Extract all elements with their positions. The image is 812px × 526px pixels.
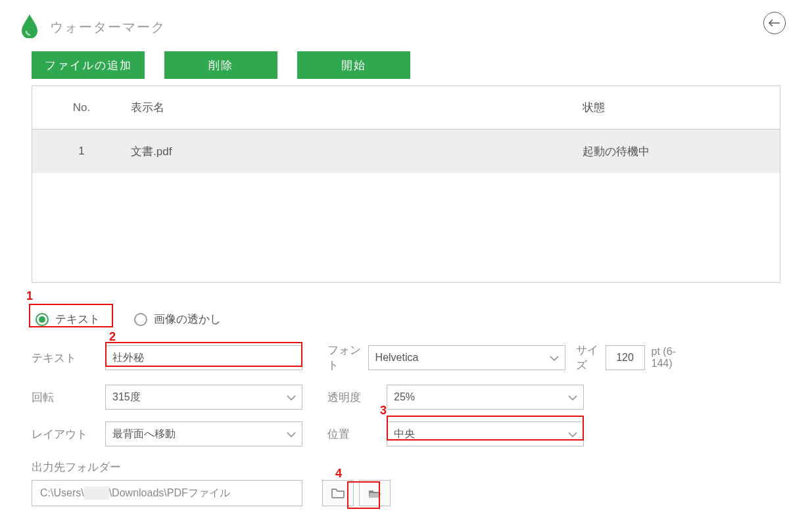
layout-select[interactable] bbox=[105, 421, 302, 446]
output-path-input[interactable]: C:\Users\ \Downloads\PDFファイル bbox=[32, 480, 302, 506]
open-folder-button[interactable] bbox=[359, 480, 391, 506]
cell-status: 起動の待機中 bbox=[583, 144, 780, 159]
layout-label: レイアウト bbox=[32, 427, 105, 442]
path-prefix: C:\Users\ bbox=[40, 487, 84, 499]
page-title: ウォーターマーク bbox=[50, 16, 166, 36]
text-input[interactable] bbox=[105, 345, 302, 370]
table-row[interactable]: 1 文書.pdf 起動の待機中 bbox=[32, 130, 780, 173]
path-obscured bbox=[84, 487, 109, 500]
folder-open-icon bbox=[368, 487, 382, 499]
position-label: 位置 bbox=[327, 427, 387, 442]
font-label: フォント bbox=[327, 343, 368, 373]
radio-image-label: 画像の透かし bbox=[154, 312, 221, 327]
cell-no: 1 bbox=[32, 145, 131, 158]
size-label: サイズ bbox=[576, 343, 599, 373]
water-drop-icon bbox=[20, 13, 39, 38]
rotation-label: 回転 bbox=[32, 390, 105, 405]
arrow-left-icon bbox=[768, 19, 781, 27]
back-button[interactable] bbox=[763, 12, 786, 34]
size-input[interactable] bbox=[606, 345, 645, 370]
col-header-status: 状態 bbox=[583, 100, 780, 115]
output-label: 出力先フォルダー bbox=[32, 460, 780, 475]
size-suffix: pt (6-144) bbox=[652, 346, 682, 370]
rotation-select[interactable] bbox=[105, 385, 302, 410]
radio-image[interactable]: 画像の透かし bbox=[130, 309, 225, 329]
opacity-select[interactable] bbox=[387, 385, 584, 410]
radio-text-label: テキスト bbox=[55, 312, 100, 327]
annotation-1: 1 bbox=[26, 289, 33, 303]
path-suffix: \Downloads\PDFファイル bbox=[109, 487, 230, 500]
radio-text[interactable]: テキスト bbox=[32, 309, 104, 329]
delete-button[interactable]: 削除 bbox=[164, 51, 277, 79]
annotation-2: 2 bbox=[109, 330, 116, 344]
file-table: No. 表示名 状態 1 文書.pdf 起動の待機中 bbox=[32, 85, 780, 283]
position-select[interactable] bbox=[387, 421, 584, 446]
cell-name: 文書.pdf bbox=[131, 144, 583, 159]
col-header-name: 表示名 bbox=[131, 100, 583, 115]
radio-dot-icon bbox=[36, 313, 49, 326]
text-label: テキスト bbox=[32, 350, 105, 366]
start-button[interactable]: 開始 bbox=[297, 51, 410, 79]
browse-folder-button[interactable] bbox=[322, 480, 354, 506]
radio-dot-icon bbox=[134, 313, 147, 326]
opacity-label: 透明度 bbox=[327, 390, 387, 405]
col-header-no: No. bbox=[32, 101, 131, 114]
add-file-button[interactable]: ファイルの追加 bbox=[32, 51, 145, 79]
font-select[interactable] bbox=[368, 345, 565, 370]
folder-outline-icon bbox=[331, 487, 345, 499]
